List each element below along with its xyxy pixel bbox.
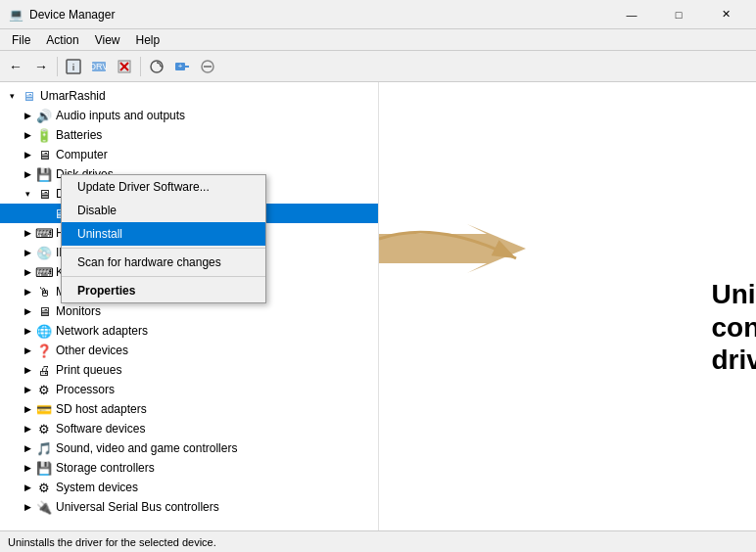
tree-software[interactable]: ▶ ⚙ Software devices [0,419,378,438]
annotation-text: Uninstall the conflicting driver [712,278,757,377]
chevron-other: ▶ [20,343,35,358]
arrow-graphic [379,180,594,298]
chevron-monitors: ▶ [20,303,35,319]
svg-text:i: i [72,63,75,72]
chevron-system: ▶ [20,480,35,495]
root-label: UmarRashid [40,89,106,103]
window-controls: — □ ✕ [609,0,748,29]
menu-help[interactable]: Help [128,31,168,49]
toolbar-scan[interactable] [145,55,168,78]
chevron-sd: ▶ [20,401,35,417]
hid-icon: ⌨ [35,224,53,242]
tree-print[interactable]: ▶ 🖨 Print queues [0,360,378,380]
toolbar-disable[interactable] [196,55,219,78]
tree-system[interactable]: ▶ ⚙ System devices [0,478,378,497]
ctx-properties[interactable]: Properties [62,279,265,302]
tree-usb[interactable]: ▶ 🔌 Universal Serial Bus controllers [0,497,378,517]
menu-file[interactable]: File [4,31,38,49]
close-button[interactable]: ✕ [703,0,748,29]
minimize-button[interactable]: — [609,0,654,29]
toolbar-back[interactable]: ← [4,55,27,78]
usb-icon: 🔌 [35,498,53,516]
ctx-disable[interactable]: Disable [62,199,265,222]
toolbar-uninstall[interactable] [113,55,136,78]
menu-action[interactable]: Action [38,31,86,49]
ctx-uninstall[interactable]: Uninstall [62,222,265,246]
chevron-print: ▶ [20,362,35,378]
tree-network[interactable]: ▶ 🌐 Network adapters [0,321,378,341]
toolbar-add-hardware[interactable]: + [170,55,194,78]
tree-monitors[interactable]: ▶ 🖥 Monitors [0,301,378,321]
device-tree[interactable]: ▾ 🖥 UmarRashid ▶ 🔊 Audio inputs and outp… [0,82,379,530]
chevron-computer: ▶ [20,147,35,162]
chevron-ide: ▶ [20,245,35,260]
tree-processors[interactable]: ▶ ⚙ Processors [0,380,378,399]
chevron-disk: ▶ [20,166,35,182]
ctx-scan[interactable]: Scan for hardware changes [62,251,265,274]
other-icon: ❓ [35,342,53,359]
menu-bar: File Action View Help [0,29,756,51]
computer-icon: 🖥 [35,146,53,163]
window-title: Device Manager [29,8,609,22]
sd-icon: 💳 [35,400,53,418]
display-icon: 🖥 [35,185,53,203]
sound-icon: 🎵 [35,439,53,457]
other-label: Other devices [56,344,128,357]
batteries-icon: 🔋 [35,126,53,144]
svg-text:DRV: DRV [91,62,107,71]
print-label: Print queues [56,363,121,377]
disk-icon: 💾 [35,165,53,183]
tree-sd[interactable]: ▶ 💳 SD host adapters [0,399,378,419]
toolbar-forward[interactable]: → [29,55,53,78]
storage-icon: 💾 [35,459,53,477]
title-bar: 💻 Device Manager — □ ✕ [0,0,756,29]
tree-audio[interactable]: ▶ 🔊 Audio inputs and outputs [0,106,378,125]
svg-text:+: + [178,62,183,70]
monitors-icon: 🖥 [35,302,53,320]
sd-label: SD host adapters [56,402,147,416]
ide-icon: 💿 [35,244,53,261]
annotation-area: Uninstall the conflicting driver [379,82,757,530]
chevron-audio: ▶ [20,108,35,123]
tree-other[interactable]: ▶ ❓ Other devices [0,341,378,360]
software-label: Software devices [56,422,145,436]
tree-sound[interactable]: ▶ 🎵 Sound, video and game controllers [0,438,378,458]
audio-icon: 🔊 [35,107,53,124]
system-label: System devices [56,481,138,494]
chevron-intel [35,206,51,221]
status-bar: Uninstalls the driver for the selected d… [0,530,756,552]
svg-rect-10 [185,66,189,68]
storage-label: Storage controllers [56,461,155,475]
chevron-hid: ▶ [20,225,35,241]
status-text: Uninstalls the driver for the selected d… [8,536,216,548]
chevron-batteries: ▶ [20,127,35,143]
network-label: Network adapters [56,324,148,338]
network-icon: 🌐 [35,322,53,340]
chevron-storage: ▶ [20,460,35,476]
tree-computer[interactable]: ▶ 🖥 Computer [0,145,378,164]
batteries-label: Batteries [56,128,102,142]
software-icon: ⚙ [35,420,53,437]
toolbar-properties[interactable]: i [62,55,85,78]
ctx-sep-2 [62,276,265,277]
toolbar-sep-1 [57,57,58,76]
chevron-mice: ▶ [20,284,35,299]
chevron-usb: ▶ [20,499,35,515]
toolbar: ← → i DRV + [0,51,756,82]
chevron-sound: ▶ [20,440,35,456]
tree-root[interactable]: ▾ 🖥 UmarRashid [0,86,378,106]
tree-storage[interactable]: ▶ 💾 Storage controllers [0,458,378,478]
chevron-display: ▾ [20,186,35,202]
monitors-label: Monitors [56,304,101,318]
toolbar-update-driver[interactable]: DRV [87,55,111,78]
keyboards-icon: ⌨ [35,263,53,281]
menu-view[interactable]: View [87,31,128,49]
maximize-button[interactable]: □ [656,0,701,29]
tree-batteries[interactable]: ▶ 🔋 Batteries [0,125,378,145]
processors-label: Processors [56,383,115,396]
chevron-keyboards: ▶ [20,264,35,280]
main-content: ▾ 🖥 UmarRashid ▶ 🔊 Audio inputs and outp… [0,82,756,530]
chevron-network: ▶ [20,323,35,339]
ctx-sep-1 [62,248,265,249]
ctx-update-driver[interactable]: Update Driver Software... [62,175,265,199]
